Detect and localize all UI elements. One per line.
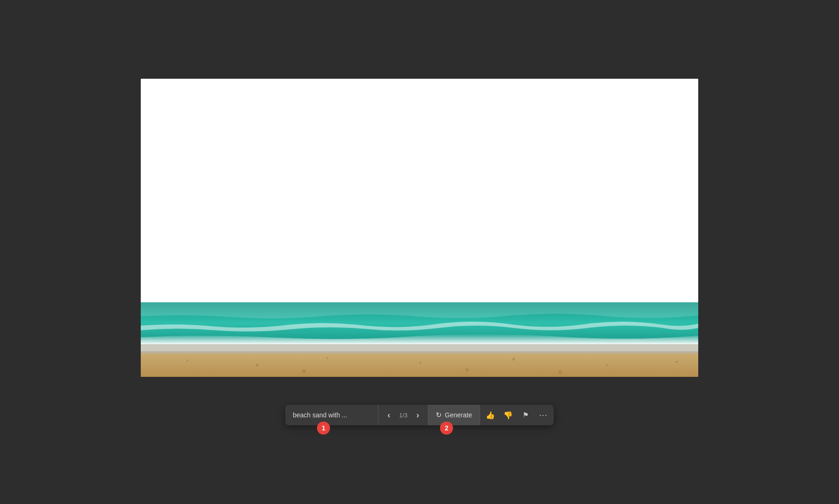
ocean-svg bbox=[141, 302, 698, 377]
badge-2: 2 bbox=[440, 422, 453, 435]
prompt-section[interactable]: beach sand with ... bbox=[285, 405, 378, 425]
svg-point-11 bbox=[466, 368, 469, 372]
next-button[interactable] bbox=[411, 409, 424, 422]
nav-section: 1/3 bbox=[378, 405, 428, 425]
refresh-icon bbox=[436, 411, 442, 419]
svg-point-8 bbox=[606, 364, 608, 366]
main-container: beach sand with ... 1/3 Generate bbox=[0, 0, 839, 504]
svg-point-3 bbox=[186, 360, 188, 361]
generate-button[interactable]: Generate bbox=[428, 405, 480, 425]
beach-scene bbox=[141, 79, 698, 377]
prompt-text: beach sand with ... bbox=[293, 411, 347, 419]
prev-button[interactable] bbox=[382, 409, 395, 422]
svg-point-12 bbox=[558, 370, 562, 374]
thumbs-up-icon: 👍 bbox=[486, 411, 495, 420]
more-icon: ··· bbox=[539, 410, 548, 420]
chevron-left-icon bbox=[387, 410, 390, 420]
generate-label: Generate bbox=[445, 411, 472, 419]
badge-2-number: 2 bbox=[445, 424, 448, 432]
page-count: 1/3 bbox=[397, 412, 409, 419]
svg-rect-2 bbox=[141, 351, 698, 377]
chevron-right-icon bbox=[416, 410, 419, 420]
svg-point-4 bbox=[256, 364, 259, 367]
sky-area bbox=[141, 79, 698, 311]
svg-point-7 bbox=[512, 358, 515, 361]
svg-point-6 bbox=[420, 362, 422, 364]
flag-button[interactable]: ⚑ bbox=[517, 407, 534, 423]
svg-point-9 bbox=[676, 361, 678, 363]
badge-1: 1 bbox=[317, 422, 330, 435]
action-section: 👍 👎 ⚑ ··· bbox=[480, 405, 554, 425]
image-frame bbox=[141, 79, 698, 377]
thumbs-up-button[interactable]: 👍 bbox=[482, 407, 499, 423]
toolbar-wrapper: beach sand with ... 1/3 Generate bbox=[285, 392, 553, 425]
flag-icon: ⚑ bbox=[523, 411, 529, 419]
svg-point-5 bbox=[326, 357, 328, 359]
svg-point-10 bbox=[302, 369, 306, 373]
thumbs-down-button[interactable]: 👎 bbox=[500, 407, 516, 423]
more-button[interactable]: ··· bbox=[535, 407, 552, 423]
badge-1-number: 1 bbox=[322, 424, 325, 432]
thumbs-down-icon: 👎 bbox=[503, 411, 513, 420]
svg-rect-1 bbox=[141, 344, 698, 351]
